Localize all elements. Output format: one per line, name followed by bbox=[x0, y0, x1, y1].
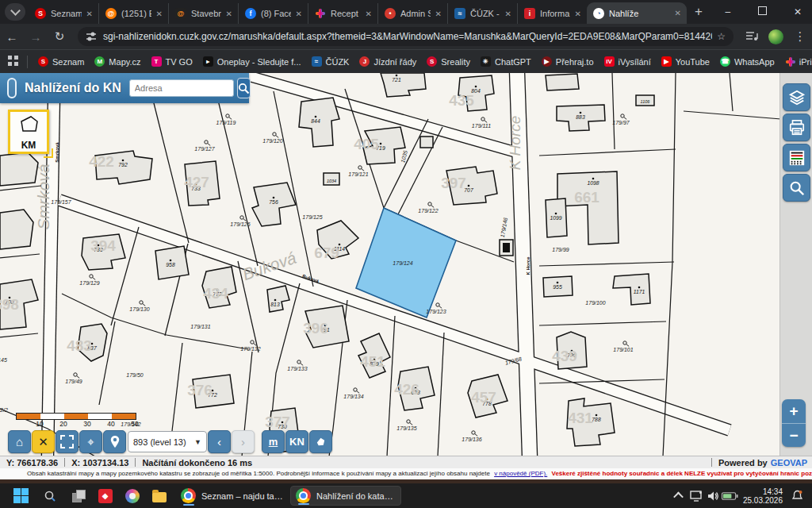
browser-tab-4[interactable]: f(8) Face✕ bbox=[238, 3, 308, 24]
bookmark-8[interactable]: ✳ChatGPT bbox=[481, 56, 531, 67]
zoom-control: + − bbox=[782, 399, 806, 447]
notifications-bell-icon[interactable] bbox=[789, 487, 806, 504]
battery-tray-icon[interactable] bbox=[722, 487, 738, 504]
tab-title: Admin S bbox=[400, 9, 431, 18]
tray-clock[interactable]: 14:34 25.03.2026 bbox=[743, 487, 783, 505]
taskbar-window-nahlizeni[interactable]: Nahlížení do katastru ne bbox=[290, 486, 401, 506]
browser-tab-9[interactable]: ◔Nahlíže✕ bbox=[587, 2, 687, 24]
task-view-button[interactable] bbox=[70, 487, 86, 504]
bookmark-3[interactable]: TTV GO bbox=[151, 56, 193, 67]
browser-tab-3[interactable]: @Stavebn✕ bbox=[168, 3, 238, 24]
taskbar-window-seznam[interactable]: Seznam – najdu tam, co bbox=[176, 486, 289, 506]
help-pdf-link[interactable]: v nápovědě (PDF). bbox=[494, 470, 547, 477]
menu-hamburger-button[interactable] bbox=[7, 78, 17, 98]
back-button[interactable]: ← bbox=[0, 30, 24, 44]
old-parcel-number: 427 bbox=[184, 174, 209, 190]
forward-button[interactable]: → bbox=[24, 30, 48, 44]
window-close-button[interactable]: ✕ bbox=[780, 0, 812, 24]
legend-tool-button[interactable] bbox=[783, 144, 810, 171]
layers-tool-button[interactable] bbox=[783, 83, 810, 111]
file-explorer-button[interactable] bbox=[151, 487, 167, 504]
window-maximize-button[interactable] bbox=[745, 0, 780, 24]
back-map-button[interactable]: ‹ bbox=[208, 430, 231, 453]
measure-map-button[interactable]: m bbox=[262, 430, 285, 453]
close-map-button[interactable]: ✕ bbox=[32, 430, 55, 453]
tab-title: Nahlíže bbox=[609, 9, 670, 18]
building-number: 1099 bbox=[550, 215, 561, 221]
tab-close-icon[interactable]: ✕ bbox=[154, 9, 165, 19]
taskbar-search-button[interactable] bbox=[41, 487, 58, 504]
bookmark-10[interactable]: iViVysílání bbox=[604, 56, 651, 67]
map-canvas[interactable]: SmrkováBukováK Horce79273384471970780488… bbox=[0, 73, 812, 456]
site-settings-icon[interactable] bbox=[86, 31, 97, 42]
bookmark-1[interactable]: SSeznam bbox=[38, 56, 84, 67]
parcel-number-label: 179/134 bbox=[343, 394, 363, 399]
chrome-icon bbox=[296, 488, 311, 503]
home-map-button[interactable]: ⌂ bbox=[8, 430, 31, 453]
bookmark-13[interactable]: iPrima bbox=[785, 56, 812, 67]
desktop: SSeznam✕@(1251) E✕@Stavebn✕f(8) Face✕Rec… bbox=[0, 0, 812, 508]
zoom-out-button[interactable]: − bbox=[782, 423, 806, 448]
bookmark-11[interactable]: ▶YouTube bbox=[661, 56, 710, 67]
geovap-brand-link[interactable]: GEOVAP bbox=[771, 458, 812, 468]
bookmark-4[interactable]: ▸Oneplay - Sledujte f... bbox=[203, 56, 301, 67]
new-tab-button[interactable]: + bbox=[687, 4, 710, 20]
browser-tab-7[interactable]: ≈ČÚZK -✕ bbox=[447, 3, 517, 24]
browser-tab-5[interactable]: Recept✕ bbox=[308, 3, 377, 24]
pin-map-button[interactable] bbox=[103, 430, 126, 453]
paint-button[interactable] bbox=[124, 487, 140, 504]
reload-button[interactable]: ↻ bbox=[48, 29, 71, 44]
tab-close-icon[interactable]: ✕ bbox=[224, 9, 235, 19]
bookmark-star-icon[interactable]: ☆ bbox=[717, 31, 726, 42]
bookmark-6[interactable]: JJízdní řády bbox=[359, 56, 416, 67]
zoom-search-tool-button[interactable] bbox=[783, 174, 810, 202]
browser-tab-1[interactable]: SSeznam✕ bbox=[29, 3, 98, 24]
kn-map-button[interactable]: KN bbox=[285, 430, 308, 453]
forward-map-button[interactable]: › bbox=[232, 430, 255, 453]
overview-map-box[interactable]: KM bbox=[8, 110, 49, 154]
print-tool-button[interactable] bbox=[783, 114, 810, 141]
display-tray-icon[interactable] bbox=[688, 487, 705, 504]
tab-close-icon[interactable]: ✕ bbox=[363, 9, 374, 19]
parcel-number-label: 179/129 bbox=[79, 280, 99, 286]
browser-tab-6[interactable]: •Admin S✕ bbox=[377, 3, 447, 24]
bookmark-12[interactable]: ☎WhatsApp bbox=[720, 56, 775, 67]
browser-menu-button[interactable]: ⋮ bbox=[788, 29, 812, 44]
building-point bbox=[122, 160, 124, 162]
bookmark-9[interactable]: ▶Přehraj.to bbox=[542, 56, 594, 67]
bookmark-2[interactable]: MMapy.cz bbox=[94, 56, 140, 67]
target-map-button[interactable]: ⌖ bbox=[79, 430, 102, 453]
tab-close-icon[interactable]: ✕ bbox=[672, 8, 684, 18]
paint-icon bbox=[125, 489, 140, 503]
anydesk-button[interactable]: ◆ bbox=[97, 487, 113, 504]
address-bar[interactable]: sgi-nahlizenidokn.cuzk.gov.cz/marushka/d… bbox=[78, 27, 733, 46]
print-icon bbox=[788, 119, 806, 137]
bookmark-5[interactable]: ≈ČÚZK bbox=[312, 56, 350, 67]
search-button[interactable] bbox=[237, 78, 251, 98]
tab-close-icon[interactable]: ✕ bbox=[84, 9, 95, 19]
tab-title: Informa bbox=[540, 9, 570, 18]
browser-tab-2[interactable]: @(1251) E✕ bbox=[98, 3, 168, 24]
zoom-level-dropdown[interactable]: 893 (level 13)▼ bbox=[128, 431, 207, 452]
bookmark-7[interactable]: SSreality bbox=[427, 56, 470, 67]
building-number: 844 bbox=[311, 118, 320, 124]
browser-tab-8[interactable]: iInforma✕ bbox=[517, 3, 587, 24]
address-search-input[interactable] bbox=[129, 79, 234, 97]
tab-close-icon[interactable]: ✕ bbox=[573, 9, 584, 19]
tab-close-icon[interactable]: ✕ bbox=[293, 9, 304, 19]
volume-tray-icon[interactable] bbox=[705, 487, 722, 504]
tray-expand-icon[interactable] bbox=[673, 492, 684, 502]
media-panel-icon[interactable] bbox=[740, 30, 764, 44]
marquee-map-button[interactable] bbox=[56, 430, 79, 453]
window-minimize-button[interactable]: – bbox=[710, 0, 745, 24]
apps-grid-icon[interactable] bbox=[8, 56, 19, 68]
zoom-in-button[interactable]: + bbox=[782, 399, 806, 423]
polygon-map-button[interactable] bbox=[309, 430, 332, 453]
bookmark-label: iPrima bbox=[799, 57, 812, 67]
profile-avatar[interactable] bbox=[768, 29, 783, 44]
start-button[interactable] bbox=[13, 487, 29, 504]
disclaimer-text: Obsah katastrální mapy a mapy pozemkovéh… bbox=[27, 470, 490, 477]
tab-close-icon[interactable]: ✕ bbox=[433, 9, 444, 19]
tab-search-button[interactable] bbox=[5, 3, 25, 21]
tab-close-icon[interactable]: ✕ bbox=[503, 9, 514, 19]
